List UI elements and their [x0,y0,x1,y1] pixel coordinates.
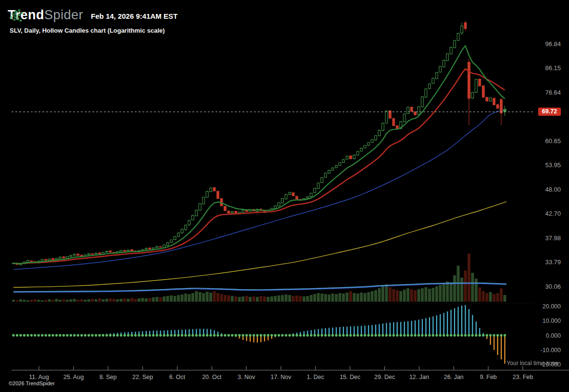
time-axis-label[interactable]: 29. Dec [374,374,395,380]
time-axis-label[interactable]: 6. Oct [169,374,186,380]
indicator-axis-label[interactable]: 20.000 [543,303,561,310]
price-axis-label[interactable]: 33.79 [545,258,561,266]
sma50-line [13,109,506,270]
price-axis-label[interactable]: 86.15 [545,64,561,72]
ema-slow-red-line [13,69,505,263]
price-axis-label[interactable]: 37.98 [545,234,561,242]
price-axis-label[interactable]: 48.00 [545,186,561,193]
price-axis[interactable]: 96.8486.1576.6460.6553.9548.0042.7037.98… [545,40,561,290]
candlestick-series[interactable] [13,21,506,266]
oscillator-lollipops[interactable] [12,305,506,364]
trendspider-app: 96.8486.1576.6460.6553.9548.0042.7037.98… [0,0,569,392]
time-axis-label[interactable]: 25. Aug [63,374,84,380]
time-axis-label[interactable]: 11. Aug [29,374,49,380]
time-axis-label[interactable]: 1. Dec [307,374,324,380]
time-axis-label[interactable]: 23. Feb [513,374,533,380]
indicator-axis-label[interactable]: 10.000 [543,318,561,324]
price-axis-label[interactable]: 30.06 [545,283,561,290]
price-axis-label[interactable]: 96.84 [545,40,561,48]
wordmark-spider: Spider [44,8,83,22]
price-axis-label[interactable]: 60.65 [545,137,561,145]
header: TrendSpider Feb 14, 2026 9:41AM EST [8,8,177,23]
time-axis-label[interactable]: 22. Sep [132,374,153,380]
time-axis-label[interactable]: 20. Oct [202,374,222,380]
time-axis-label[interactable]: 8. Sep [100,374,117,380]
time-axis-label[interactable]: 15. Dec [340,374,360,380]
time-axis-label[interactable]: 9. Feb [480,374,496,380]
ema-fast-green-line [13,46,505,263]
last-price-badge: 69.72 [538,108,561,116]
time-axis-label[interactable]: 12. Jan [409,374,429,380]
volume-bars[interactable] [12,254,506,302]
price-axis-label[interactable]: 53.95 [545,161,561,169]
time-axis-label[interactable]: 3. Nov [238,374,255,380]
time-axis-label[interactable]: 26. Jan [444,374,464,380]
timezone-note[interactable]: Your local time zone [506,360,558,367]
price-axis-label[interactable]: 76.64 [545,89,561,96]
copyright-watermark: ©2026 TrendSpider [9,380,55,386]
time-axis[interactable]: 11. Aug25. Aug8. Sep22. Sep6. Oct20. Oct… [12,366,569,380]
chart-datetime: Feb 14, 2026 9:41AM EST [91,12,177,20]
indicator-axis-label[interactable]: -10.000 [541,347,561,354]
trendspider-logo-icon [8,8,24,24]
sma200-line [13,202,506,287]
chart-canvas[interactable]: 96.8486.1576.6460.6553.9548.0042.7037.98… [0,0,569,392]
time-axis-label[interactable]: 17. Nov [270,374,291,380]
price-axis-label[interactable]: 42.70 [545,210,561,217]
chart-title: SLV, Daily, Hollow Candles chart (Logari… [10,27,165,34]
indicator-axis[interactable]: 20.00010.0000.000-10.000-20.000 [541,303,561,368]
indicator-axis-label[interactable]: 0.000 [546,332,561,339]
